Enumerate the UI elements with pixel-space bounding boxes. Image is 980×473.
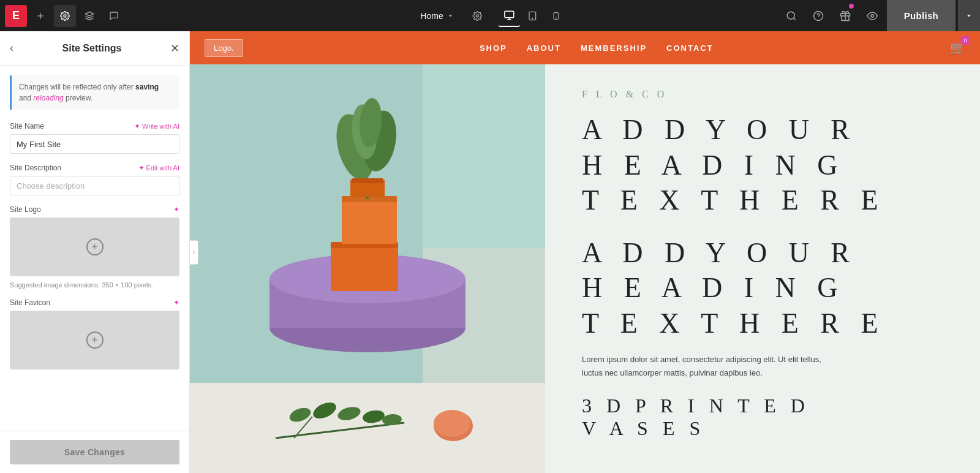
site-description-input[interactable] <box>10 176 179 195</box>
nav-contact[interactable]: CONTACT <box>666 44 714 53</box>
comments-btn[interactable] <box>103 5 125 27</box>
svg-point-4 <box>477 15 479 17</box>
info-after: preview. <box>64 94 92 102</box>
toolbar-center: Home <box>413 5 567 27</box>
logo-upload-area[interactable]: + <box>10 218 179 276</box>
info-box: Changes will be reflected only after sav… <box>10 75 179 110</box>
svg-point-12 <box>787 12 794 19</box>
info-text-before: Changes will be reflected only after <box>19 83 135 91</box>
site-image-panel <box>190 64 545 473</box>
svg-marker-3 <box>85 12 93 16</box>
settings-btn[interactable] <box>54 5 76 27</box>
site-logo-ai-btn[interactable]: ✦ <box>173 205 179 214</box>
info-middle: and <box>19 94 33 102</box>
nav-membership[interactable]: MEMBERSHIP <box>581 44 647 53</box>
top-toolbar: E Home <box>0 0 980 31</box>
elementor-logo[interactable]: E <box>5 5 27 27</box>
site-content: F L O & C O A D D Y O U R H E A D I N G … <box>190 64 980 473</box>
site-name-ai-btn[interactable]: ✦ Write with AI <box>134 122 179 131</box>
subheading-line1: 3 D P R I N T E D <box>582 395 810 417</box>
back-button[interactable]: ‹ <box>10 42 13 55</box>
heading1-line2: H E A D I N G <box>582 149 845 181</box>
site-logo-row: Site Logo ✦ <box>10 205 179 214</box>
site-name-input[interactable] <box>10 134 179 154</box>
toolbar-right: Publish <box>779 0 980 31</box>
heading1-line3: T E X T H E R E <box>582 184 886 216</box>
canvas-area: ‹ Logo. SHOP ABOUT MEMBERSHIP CONTACT 🛒 … <box>190 31 980 473</box>
favicon-plus-icon: + <box>86 331 104 349</box>
svg-rect-5 <box>505 11 514 18</box>
site-name-label: Site Name <box>10 122 44 131</box>
site-logo: Logo. <box>205 39 243 57</box>
main-layout: ‹ Site Settings ✕ Changes will be reflec… <box>0 31 980 473</box>
save-changes-button[interactable]: Save Changes <box>10 440 179 464</box>
mobile-view-btn[interactable] <box>545 5 567 27</box>
search-btn[interactable] <box>779 0 804 31</box>
upload-plus-icon: + <box>86 238 104 255</box>
publish-button[interactable]: Publish <box>887 0 956 31</box>
site-description-row: Site Description ✦ Edit with AI <box>10 164 179 172</box>
site-favicon-label: Site Favicon <box>10 298 50 307</box>
site-favicon-ai-btn[interactable]: ✦ <box>173 298 179 307</box>
site-name-row: Site Name ✦ Write with AI <box>10 122 179 131</box>
site-hero-image <box>190 64 545 473</box>
publish-dropdown-btn[interactable] <box>958 0 980 31</box>
page-settings-btn[interactable] <box>467 5 489 27</box>
subheading-line2: V A S E S <box>582 417 705 439</box>
cart-badge: 0 <box>960 36 970 45</box>
svg-point-2 <box>64 15 66 17</box>
sidebar-footer: Save Changes <box>0 431 189 473</box>
logo-image-hint: Suggested image dimensions: 350 × 100 pi… <box>10 281 179 289</box>
site-settings-panel: ‹ Site Settings ✕ Changes will be reflec… <box>0 31 190 473</box>
site-favicon-row: Site Favicon ✦ <box>10 298 179 307</box>
svg-rect-28 <box>342 196 397 244</box>
sidebar-title: Site Settings <box>62 43 122 54</box>
svg-point-45 <box>434 410 470 437</box>
nav-shop[interactable]: SHOP <box>480 44 507 53</box>
site-logo-label: Site Logo <box>10 205 41 214</box>
sidebar-content: Changes will be reflected only after sav… <box>0 66 189 431</box>
svg-line-13 <box>793 18 795 20</box>
site-subheading: 3 D P R I N T E D V A S E S <box>582 395 949 440</box>
collapse-sidebar-tab[interactable]: ‹ <box>190 240 198 265</box>
website-preview: Logo. SHOP ABOUT MEMBERSHIP CONTACT 🛒 0 <box>190 31 980 473</box>
close-sidebar-button[interactable]: ✕ <box>170 42 179 55</box>
site-body-text: Lorem ipsum dolor sit amet, consectetur … <box>582 353 839 380</box>
favicon-upload-area[interactable]: + <box>10 311 179 369</box>
heading2-line3: T E X T H E R E <box>582 308 886 339</box>
preview-btn[interactable] <box>860 0 884 31</box>
heading2-line2: H E A D I N G <box>582 272 845 303</box>
add-element-btn[interactable] <box>29 5 51 27</box>
svg-rect-36 <box>352 178 383 183</box>
home-page-btn[interactable]: Home <box>413 7 461 25</box>
svg-rect-29 <box>342 196 397 202</box>
cart-icon[interactable]: 🛒 0 <box>950 40 965 55</box>
site-description-ai-btn[interactable]: ✦ Edit with AI <box>138 164 179 172</box>
svg-rect-26 <box>331 242 398 291</box>
svg-point-18 <box>870 14 873 17</box>
svg-point-11 <box>556 17 556 18</box>
info-saving: saving <box>135 83 159 91</box>
info-reload: reloading <box>33 94 63 102</box>
gift-btn[interactable] <box>833 0 858 31</box>
site-heading-2: A D D Y O U R H E A D I N G T E X T H E … <box>582 235 949 341</box>
nav-about[interactable]: ABOUT <box>527 44 561 53</box>
svg-point-9 <box>532 18 533 18</box>
site-nav: Logo. SHOP ABOUT MEMBERSHIP CONTACT 🛒 0 <box>190 31 980 64</box>
heading2-line1: A D D Y O U R <box>582 237 857 268</box>
toolbar-left: E <box>0 5 130 27</box>
site-brand-text: F L O & C O <box>582 89 949 100</box>
site-text-panel: F L O & C O A D D Y O U R H E A D I N G … <box>545 64 980 473</box>
heading1-line1: A D D Y O U R <box>582 114 857 145</box>
site-heading-1: A D D Y O U R H E A D I N G T E X T H E … <box>582 112 949 218</box>
sidebar-header: ‹ Site Settings ✕ <box>0 31 189 66</box>
help-btn[interactable] <box>806 0 831 31</box>
layers-btn[interactable] <box>78 5 100 27</box>
device-buttons <box>499 5 567 27</box>
nav-links: SHOP ABOUT MEMBERSHIP CONTACT <box>480 44 714 53</box>
site-description-label: Site Description <box>10 164 61 172</box>
tablet-view-btn[interactable] <box>522 5 544 27</box>
home-label: Home <box>420 11 443 21</box>
desktop-view-btn[interactable] <box>499 5 521 27</box>
